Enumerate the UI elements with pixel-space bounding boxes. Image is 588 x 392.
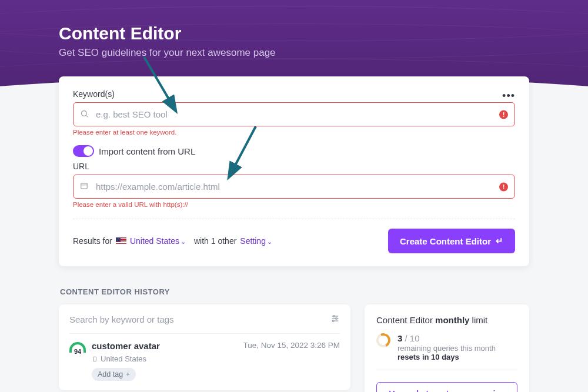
- country-selector[interactable]: United States⌄: [130, 236, 186, 246]
- browser-icon: [80, 182, 88, 192]
- keywords-error-text: Please enter at least one keyword.: [73, 129, 515, 136]
- svg-rect-2: [81, 183, 88, 188]
- svg-point-8: [336, 318, 338, 320]
- settings-prefix: with 1 other: [194, 236, 236, 246]
- content-score-value: 94: [74, 348, 81, 355]
- page-title: Content Editor: [59, 24, 529, 43]
- import-url-toggle-label: Import content from URL: [99, 146, 195, 156]
- error-icon: !: [499, 182, 508, 191]
- more-options-icon[interactable]: •••: [502, 90, 515, 102]
- chevron-down-icon: ⌄: [181, 238, 186, 245]
- settings-link[interactable]: Setting⌄: [240, 236, 272, 246]
- limit-title: Content Editor monthly limit: [376, 315, 517, 325]
- url-label: URL: [73, 162, 515, 171]
- history-item-country: United States: [92, 354, 160, 363]
- limit-total: / 10: [402, 333, 419, 343]
- keywords-label: Keyword(s): [73, 89, 115, 99]
- history-item-title: customer avatar: [92, 341, 160, 351]
- history-card: Search by keyword or tags 94 customer av…: [59, 304, 350, 390]
- create-content-editor-button[interactable]: Create Content Editor ↵: [388, 229, 515, 253]
- history-search-input[interactable]: Search by keyword or tags: [69, 314, 174, 324]
- import-url-toggle[interactable]: [73, 145, 94, 157]
- keywords-input[interactable]: [73, 102, 515, 126]
- results-for-section: Results for United States⌄ with 1 other …: [73, 236, 272, 246]
- url-error-text: Please enter a valid URL with http(s)://: [73, 201, 515, 208]
- history-item[interactable]: 94 customer avatar United States Add tag…: [69, 333, 340, 381]
- limit-reset: resets in 10 days: [397, 353, 496, 361]
- monthly-limit-card: Content Editor monthly limit 3 / 10 rema…: [365, 304, 529, 392]
- history-section-title: CONTENT EDITOR HISTORY: [60, 287, 529, 296]
- enter-icon: ↵: [496, 236, 503, 246]
- divider: [376, 370, 517, 370]
- svg-point-9: [332, 320, 334, 322]
- svg-rect-10: [93, 357, 96, 361]
- search-icon: [80, 109, 89, 120]
- flag-us-icon: [116, 237, 126, 244]
- filter-sliders-icon[interactable]: [330, 314, 340, 325]
- svg-line-1: [86, 115, 88, 117]
- results-for-label: Results for: [73, 236, 112, 246]
- divider: [73, 219, 515, 219]
- usage-ring-icon: [375, 331, 393, 350]
- error-icon: !: [499, 110, 508, 119]
- add-tag-button[interactable]: Add tag +: [92, 368, 136, 381]
- url-input[interactable]: [73, 175, 515, 199]
- history-item-date: Tue, Nov 15, 2022 3:26 PM: [243, 341, 340, 350]
- svg-point-7: [333, 316, 335, 317]
- limit-text: remaining queries this month: [397, 344, 496, 353]
- plus-icon: +: [126, 370, 130, 378]
- upgrade-button[interactable]: Upgrade to get more queries: [376, 382, 517, 392]
- content-score-gauge: 94: [69, 342, 86, 353]
- chevron-down-icon: ⌄: [267, 238, 272, 245]
- page-subtitle: Get SEO guidelines for your next awesome…: [59, 47, 529, 59]
- content-editor-form-card: Keyword(s) ••• ! Please enter at least o…: [59, 76, 529, 266]
- svg-point-0: [82, 110, 87, 116]
